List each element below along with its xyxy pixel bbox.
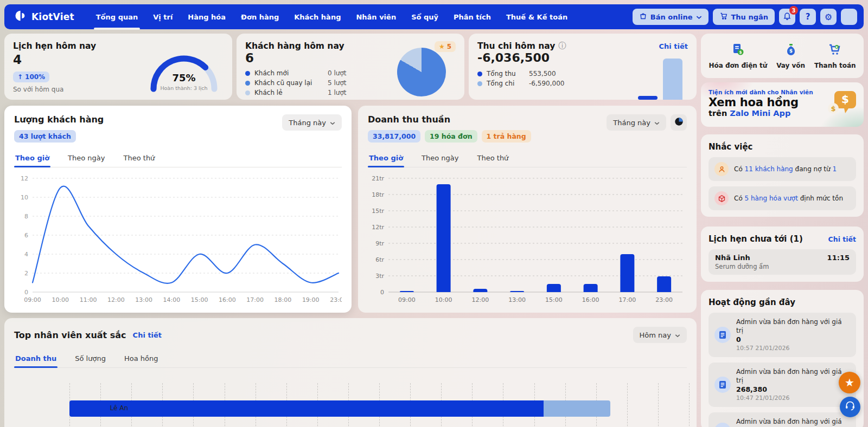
svg-text:13:00: 13:00 (508, 296, 526, 303)
svg-text:10:00: 10:00 (435, 296, 452, 303)
activity-value: 0 (736, 335, 850, 344)
appointment-item[interactable]: Nhã Linh11:15Serum dưỡng ẩm (709, 249, 856, 275)
chevron-down-icon (696, 13, 702, 21)
revenue-pie-view-button[interactable] (671, 114, 687, 131)
reminder-item[interactable]: Có 5 hàng hóa vượt định mức tồn (709, 186, 856, 210)
e-invoice-icon: $ (731, 42, 745, 59)
svg-text:2: 2 (24, 270, 28, 277)
top-staff-period-dropdown[interactable]: Hôm nay (633, 327, 687, 343)
reminder-item[interactable]: Có 11 khách hàng đang nợ từ 1 (709, 157, 856, 181)
chevron-down-icon (654, 119, 660, 127)
utility-payment[interactable]: KThanh toán (814, 42, 856, 69)
revenue-title: Doanh thu thuần (368, 114, 531, 125)
upcoming-appointments-card: Lịch hẹn chưa tới (1) Chi tiết Nhã Linh1… (701, 227, 864, 282)
svg-text:23:00: 23:00 (655, 296, 673, 303)
upcoming-detail-link[interactable]: Chi tiết (828, 235, 856, 243)
svg-text:75%: 75% (172, 72, 195, 83)
revenue-badge: 19 hóa đơn (425, 130, 477, 143)
thu-ngan-label: Thu ngân (731, 13, 769, 21)
help-button[interactable]: ? (800, 9, 816, 25)
visitors-line-chart: 12108642009:0010:0011:0012:0013:0014:001… (14, 172, 342, 308)
brand-name: KiotViet (31, 11, 74, 22)
utility-loan[interactable]: $Vay vốn (776, 42, 805, 69)
ban-online-label: Bán online (650, 13, 693, 21)
visitors-count-badge: 43 lượt khách (14, 130, 76, 143)
svg-text:9tr: 9tr (375, 240, 384, 247)
staff-bar-segment[interactable] (544, 400, 610, 417)
svg-text:0: 0 (380, 289, 384, 296)
pie-chart-icon (674, 117, 684, 128)
nav-item[interactable]: Vị trí (145, 4, 180, 29)
staff-bar-row: Lê An (69, 400, 689, 417)
svg-text:11:00: 11:00 (80, 296, 97, 303)
shopping-bag-icon (639, 12, 647, 22)
nav-item[interactable]: Tổng quan (88, 4, 145, 29)
nav-item[interactable]: Đơn hàng (233, 4, 286, 29)
arrow-up-icon: ↑ (17, 73, 23, 81)
reminders-card: Nhắc việc Có 11 khách hàng đang nợ từ 1C… (701, 134, 864, 217)
revenue-tab[interactable]: Theo thứ (476, 150, 510, 167)
rating-fab-button[interactable]: ★ (839, 372, 860, 393)
visitors-tab[interactable]: Theo ngày (67, 150, 106, 167)
revenue-tab[interactable]: Theo ngày (420, 150, 459, 167)
svg-text:$: $ (739, 50, 742, 55)
nav-item[interactable]: Sổ quỹ (404, 4, 446, 29)
top-staff-tab[interactable]: Hoa hồng (123, 351, 159, 367)
activity-item[interactable]: Admin vừa bán đơn hàng với giá trị62,370 (709, 412, 856, 427)
svg-text:16:00: 16:00 (582, 296, 599, 303)
top-staff-tab[interactable]: Số lượng (74, 351, 107, 367)
top-staff-detail-link[interactable]: Chi tiết (133, 331, 162, 339)
nav-item[interactable]: Thuế & Kế toán (499, 4, 575, 29)
revenue-period-dropdown[interactable]: Tháng này (607, 114, 666, 131)
revenue-tabs: Theo giờTheo ngàyTheo thứ (368, 150, 687, 167)
svg-text:12:00: 12:00 (107, 296, 125, 303)
utility-e-invoice[interactable]: $Hóa đơn điện tử (709, 42, 767, 69)
staff-name-label: Lê An (110, 404, 129, 412)
revenue-chart-card: Doanh thu thuần 33,817,00019 hóa đơn1 tr… (358, 106, 697, 313)
upcoming-list: Nhã Linh11:15Serum dưỡng ẩm (709, 249, 856, 275)
svg-text:8: 8 (24, 213, 28, 220)
dollar-bubble-icon: $ $ (827, 88, 858, 120)
payment-icon: K (828, 42, 842, 59)
svg-text:15:00: 15:00 (545, 296, 563, 303)
notifications-button[interactable]: 3 (779, 9, 795, 25)
cashflow-detail-link[interactable]: Chi tiết (659, 42, 688, 50)
thu-ngan-button[interactable]: Thu ngân (713, 9, 775, 25)
revenue-bar-chart: 21tr18tr15tr12tr9tr6tr3tr009:0010:0012:0… (368, 172, 687, 308)
visitors-tab[interactable]: Theo thứ (123, 150, 156, 167)
visitors-period-dropdown[interactable]: Tháng này (282, 114, 342, 131)
activity-text: Admin vừa bán đơn hàng với giá trị (736, 418, 850, 427)
svg-text:13:00: 13:00 (135, 296, 152, 303)
activity-item[interactable]: Admin vừa bán đơn hàng với giá trị010:57… (709, 313, 856, 357)
legend-dot-icon (245, 81, 250, 86)
legend-dot-icon (245, 71, 250, 76)
nav-item[interactable]: Khách hàng (286, 4, 348, 29)
top-staff-tab[interactable]: Doanh thu (14, 351, 58, 367)
nav-item[interactable]: Hàng hóa (180, 4, 233, 29)
activity-item[interactable]: Admin vừa bán đơn hàng với giá trị268,38… (709, 363, 856, 407)
revenue-badge: 33,817,000 (368, 130, 420, 143)
visitors-tabs: Theo giờTheo ngàyTheo thứ (14, 150, 342, 167)
nav-item[interactable]: Nhân viên (348, 4, 404, 29)
stock-alert-icon (714, 191, 729, 205)
svg-text:4: 4 (24, 251, 28, 258)
staff-bar-segment[interactable] (69, 400, 544, 417)
visitors-tab[interactable]: Theo giờ (14, 150, 50, 167)
question-icon: ? (806, 12, 810, 22)
info-icon[interactable]: ⓘ (558, 41, 566, 51)
revenue-tab[interactable]: Theo giờ (368, 150, 404, 167)
kiotviet-logo[interactable]: KiotViet (11, 10, 79, 24)
nav-item[interactable]: Phân tích (446, 4, 499, 29)
document-icon (714, 423, 731, 427)
account-button[interactable] (841, 9, 857, 25)
ban-online-button[interactable]: Bán online (633, 9, 709, 25)
zalo-banner[interactable]: Tiện ích mới dành cho Nhân viên Xem hoa … (701, 82, 864, 127)
settings-button[interactable]: ⚙ (820, 9, 837, 25)
svg-text:18tr: 18tr (372, 191, 384, 198)
top-staff-period-label: Hôm nay (640, 331, 671, 339)
svg-text:12: 12 (21, 175, 28, 182)
visitors-title: Lượng khách hàng (14, 114, 104, 125)
appointments-change-badge: ↑ 100% (13, 72, 49, 82)
appointment-service: Serum dưỡng ẩm (715, 263, 850, 270)
support-fab-button[interactable] (840, 397, 860, 417)
